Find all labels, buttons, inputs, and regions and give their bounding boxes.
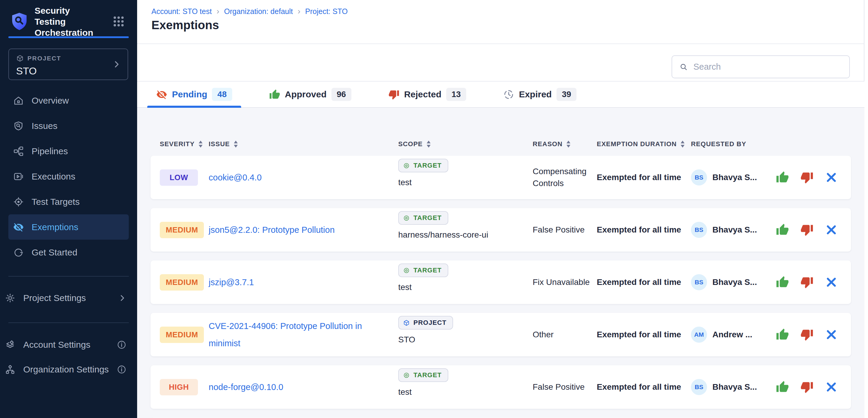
- column-label: REQUESTED BY: [691, 140, 746, 148]
- table-row: LOW cookie@0.4.0 TARGET test Compensatin…: [151, 156, 851, 199]
- duration-text: Exempted for all time: [597, 173, 691, 182]
- target-icon: [403, 372, 410, 379]
- approve-button[interactable]: [776, 276, 789, 289]
- info-icon[interactable]: [117, 365, 126, 374]
- sidebar-item-issues[interactable]: Issues: [8, 113, 129, 138]
- scope-type-label: TARGET: [413, 214, 442, 222]
- eye-off-icon: [156, 89, 167, 100]
- column-label: SCOPE: [398, 140, 423, 148]
- reject-button[interactable]: [800, 171, 813, 184]
- column-header-severity[interactable]: SEVERITY: [160, 140, 209, 148]
- cancel-request-button[interactable]: [825, 381, 838, 393]
- issue-link[interactable]: json5@2.2.0: Prototype Pollution: [209, 221, 398, 239]
- app-window: Security Testing Orchestration PROJECT: [0, 0, 868, 418]
- issue-link[interactable]: node-forge@0.10.0: [209, 378, 398, 396]
- reject-button[interactable]: [800, 223, 813, 236]
- requester-avatar: AM: [691, 326, 707, 343]
- cancel-request-button[interactable]: [825, 171, 838, 184]
- home-icon: [13, 95, 24, 106]
- project-selector[interactable]: PROJECT STO: [8, 48, 128, 80]
- scope-badge: PROJECT: [398, 316, 453, 329]
- chevron-right-icon: [112, 60, 121, 69]
- reject-button[interactable]: [800, 276, 813, 289]
- module-accent-line: [8, 36, 129, 38]
- sidebar-item-exemptions[interactable]: Exemptions: [8, 214, 129, 240]
- reason-text: Fix Unavailable: [533, 276, 597, 288]
- sidebar-item-label: Get Started: [32, 247, 77, 257]
- search-input[interactable]: [693, 62, 842, 72]
- module-grid-icon[interactable]: [112, 15, 125, 28]
- tab-rejected[interactable]: Rejected 13: [379, 81, 475, 107]
- sidebar-item-overview[interactable]: Overview: [8, 88, 129, 113]
- info-icon[interactable]: [117, 340, 126, 350]
- column-header-scope[interactable]: SCOPE: [398, 140, 533, 148]
- sidebar-item-executions[interactable]: Executions: [8, 164, 129, 189]
- column-label: EXEMPTION DURATION: [597, 140, 677, 148]
- cube-icon: [16, 55, 24, 62]
- pipelines-icon: [13, 146, 24, 156]
- requester-name: Andrew ...: [712, 330, 752, 339]
- requester-avatar: BS: [691, 379, 707, 395]
- table-row: MEDIUM json5@2.2.0: Prototype Pollution …: [151, 208, 851, 252]
- gear-icon: [5, 293, 16, 303]
- sidebar-item-label: Account Settings: [23, 340, 90, 350]
- approve-button[interactable]: [776, 223, 789, 236]
- sidebar-item-organization-settings[interactable]: Organization Settings: [0, 357, 137, 382]
- severity-badge: MEDIUM: [160, 222, 204, 238]
- sidebar-item-project-settings[interactable]: Project Settings: [0, 285, 137, 311]
- thumb-down-icon: [800, 223, 813, 236]
- sort-icon: [198, 140, 203, 148]
- breadcrumb-project-link[interactable]: Project: STO: [305, 7, 348, 16]
- cancel-request-button[interactable]: [825, 328, 838, 341]
- column-header-issue[interactable]: ISSUE: [209, 140, 398, 148]
- scope-badge: TARGET: [398, 159, 448, 172]
- sidebar-item-pipelines[interactable]: Pipelines: [8, 138, 129, 164]
- sort-icon: [426, 140, 431, 148]
- breadcrumb-organization-link[interactable]: Organization: default: [224, 7, 293, 16]
- requester-name: Bhavya S...: [712, 382, 757, 392]
- tab-count-badge: 39: [557, 88, 577, 101]
- column-label: REASON: [533, 140, 562, 148]
- approve-button[interactable]: [776, 381, 789, 393]
- scope-badge: TARGET: [398, 368, 448, 382]
- thumb-down-icon: [800, 171, 813, 184]
- scope-type-label: TARGET: [413, 267, 442, 274]
- tab-pending[interactable]: Pending 48: [147, 81, 241, 107]
- requester-name: Bhavya S...: [712, 277, 757, 287]
- sidebar-item-label: Project Settings: [23, 293, 86, 303]
- reason-text: False Positive: [533, 381, 597, 393]
- column-header-requested-by[interactable]: REQUESTED BY: [691, 140, 760, 148]
- column-header-reason[interactable]: REASON: [533, 140, 597, 148]
- issue-link[interactable]: CVE-2021-44906: Prototype Pollution in m…: [209, 317, 398, 352]
- scope-name: test: [398, 283, 412, 292]
- target-icon: [403, 215, 410, 221]
- sidebar-item-test-targets[interactable]: Test Targets: [8, 189, 129, 214]
- severity-badge: MEDIUM: [160, 274, 204, 290]
- table-row: MEDIUM jszip@3.7.1 TARGET test Fix Unava…: [151, 260, 851, 304]
- sidebar-item-account-settings[interactable]: Account Settings: [0, 332, 137, 357]
- scope-badge: TARGET: [398, 264, 448, 277]
- issue-link[interactable]: cookie@0.4.0: [209, 169, 398, 186]
- column-header-exemption-duration[interactable]: EXEMPTION DURATION: [597, 140, 691, 148]
- scope-name: test: [398, 178, 412, 187]
- cancel-request-button[interactable]: [825, 276, 838, 289]
- reject-button[interactable]: [800, 328, 813, 341]
- tab-approved[interactable]: Approved 96: [260, 81, 361, 107]
- sort-icon: [566, 140, 571, 148]
- approve-button[interactable]: [776, 171, 789, 184]
- cancel-request-button[interactable]: [825, 223, 838, 236]
- table-row: MEDIUM CVE-2021-44906: Prototype Polluti…: [151, 313, 851, 356]
- sidebar-divider: [8, 276, 129, 277]
- sort-icon: [234, 140, 238, 148]
- reject-button[interactable]: [800, 381, 813, 393]
- table-header: SEVERITY ISSUE SCOPE REASON: [151, 135, 851, 153]
- requester-name: Bhavya S...: [712, 225, 757, 235]
- tab-expired[interactable]: Expired 39: [494, 81, 585, 107]
- thumb-down-icon: [389, 89, 399, 100]
- breadcrumb-account-link[interactable]: Account: STO test: [151, 7, 212, 16]
- eye-off-icon: [13, 222, 24, 233]
- tab-label: Expired: [519, 89, 552, 99]
- sidebar-item-get-started[interactable]: Get Started: [8, 240, 129, 265]
- issue-link[interactable]: jszip@3.7.1: [209, 274, 398, 291]
- approve-button[interactable]: [776, 328, 789, 341]
